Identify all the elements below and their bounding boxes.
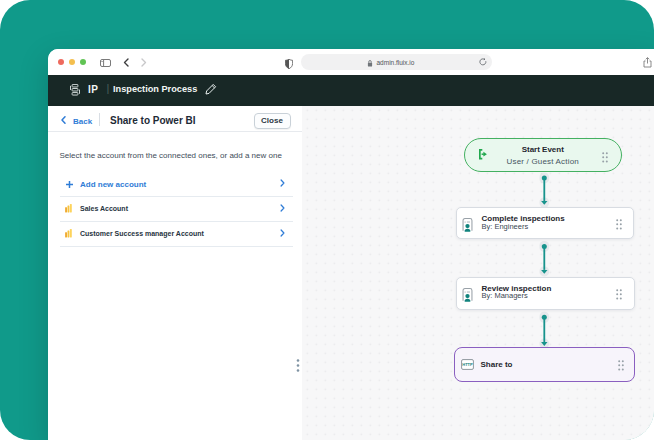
svg-text:HTTP: HTTP (462, 362, 473, 367)
